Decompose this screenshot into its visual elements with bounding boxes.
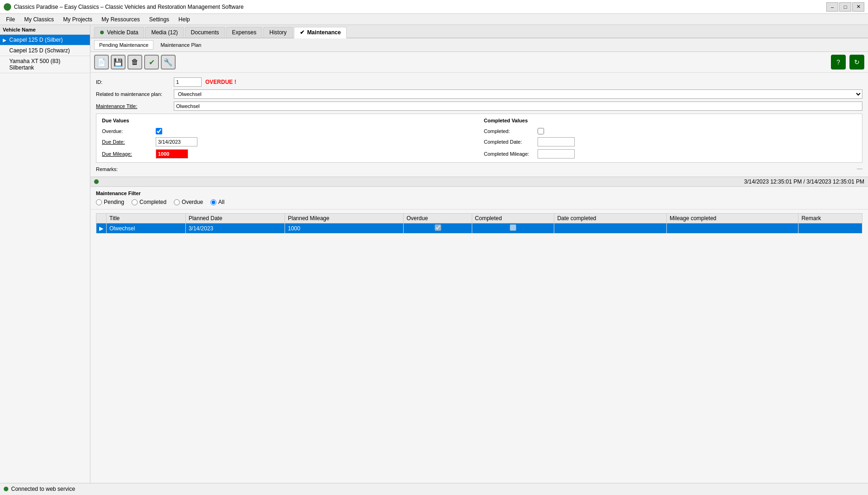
table-section: Title Planned Date Planned Mileage Overd… [90,209,868,483]
filter-completed-radio[interactable] [132,199,138,205]
due-values-col: Due Values Overdue: Due Date: Due Mileag… [102,118,475,159]
due-date-input[interactable] [156,137,197,146]
completed-label: Completed: [484,128,535,134]
filter-pending[interactable]: Pending [96,199,124,205]
completed-date-input[interactable] [538,137,575,146]
tab-documents[interactable]: Documents [185,27,225,38]
completed-mileage-input[interactable] [538,149,575,159]
refresh-button[interactable]: ↻ [849,55,864,70]
sidebar-label-0: Caepel 125 D (Silber) [9,37,63,43]
col-overdue[interactable]: Overdue [404,214,472,223]
filter-all-label: All [218,199,224,205]
title-bar-controls[interactable]: – □ ✕ [826,2,864,12]
completed-checkbox[interactable] [538,128,544,134]
form-timestamp: 3/14/2023 12:35:01 PM / 3/14/2023 12:35:… [744,178,864,185]
menu-my-ressources[interactable]: My Ressources [97,15,144,24]
sidebar-arrow-0: ▶ [3,38,6,43]
filter-completed-label: Completed [139,199,166,205]
maximize-button[interactable]: □ [839,2,851,12]
dash: — [857,165,862,172]
overdue-row: Overdue: [102,128,475,134]
related-select[interactable]: Olwechsel [174,89,862,99]
delete-button[interactable]: 🗑 [127,55,142,70]
row-planned-date: 3/14/2023 [185,223,285,234]
id-row: ID: OVERDUE ! [96,77,862,87]
sub-tab-pending[interactable]: Pending Maintenance [94,40,153,50]
tab-expenses[interactable]: Expenses [226,27,263,38]
help-button[interactable]: ? [831,55,846,70]
title-bar-left: Classics Paradise – Easy Classics – Clas… [4,3,244,11]
title-input[interactable] [174,102,862,111]
overdue-checkbox[interactable] [156,128,162,134]
filter-overdue-label: Overdue [182,199,203,205]
tab-history[interactable]: History [263,27,292,38]
sidebar-label-2: Yamaha XT 500 (83) Silbertank [9,58,60,71]
menu-settings[interactable]: Settings [145,15,173,24]
col-planned-mileage[interactable]: Planned Mileage [285,214,404,223]
row-title: Olwechsel [107,223,186,234]
save-button[interactable]: 💾 [111,55,126,70]
status-dot [94,179,99,184]
id-label: ID: [96,79,170,85]
tab-media-label: Media (12) [151,29,177,36]
filter-all[interactable]: All [210,199,224,205]
tab-expenses-label: Expenses [232,29,257,36]
app-icon [4,3,11,11]
form-status-bar: 3/14/2023 12:35:01 PM / 3/14/2023 12:35:… [90,177,868,187]
overdue-label: Overdue: [102,128,153,134]
col-arrow [96,214,107,223]
title-row: Maintenance Title: [96,102,862,111]
due-mileage-label: Due Mileage: [102,151,153,157]
complete-button[interactable]: ✔ [144,55,159,70]
minimize-button[interactable]: – [826,2,838,12]
completed-mileage-label: Completed Mileage: [484,151,535,157]
connection-status: Connected to web service [11,486,75,492]
menu-my-classics[interactable]: My Classics [20,15,58,24]
due-mileage-input[interactable] [156,149,188,159]
filter-pending-radio[interactable] [96,199,102,205]
row-remark [798,223,862,234]
filter-pending-label: Pending [104,199,124,205]
sub-tab-plan[interactable]: Maintenance Plan [155,40,206,50]
row-completed [472,223,554,234]
table-row[interactable]: ▶ Olwechsel 3/14/2023 1000 [96,223,862,234]
tools-button[interactable]: 🔧 [161,55,176,70]
col-remark[interactable]: Remark [798,214,862,223]
col-title[interactable]: Title [107,214,186,223]
sidebar-item-0[interactable]: ▶ Caepel 125 D (Silber) [0,35,90,45]
due-date-row: Due Date: [102,137,475,146]
tab-media[interactable]: Media (12) [145,27,184,38]
due-mileage-row: Due Mileage: [102,149,475,159]
close-button[interactable]: ✕ [852,2,864,12]
sidebar-item-2[interactable]: Yamaha XT 500 (83) Silbertank [0,56,90,73]
col-completed[interactable]: Completed [472,214,554,223]
tab-history-label: History [269,29,286,36]
menu-file[interactable]: File [2,15,19,24]
tab-documents-label: Documents [191,29,219,36]
new-button[interactable]: 📄 [94,55,109,70]
filter-overdue-radio[interactable] [174,199,180,205]
menu-help[interactable]: Help [174,15,194,24]
col-planned-date[interactable]: Planned Date [185,214,285,223]
tab-maintenance[interactable]: ✔ Maintenance [294,27,347,38]
row-overdue [404,223,472,234]
tab-maintenance-label: Maintenance [307,29,341,36]
connection-dot [4,487,8,491]
form-area: ID: OVERDUE ! Related to maintenance pla… [90,73,868,177]
sidebar-item-1[interactable]: Caepel 125 D (Schwarz) [0,45,90,56]
row-completed-checkbox [510,224,516,231]
related-label: Related to maintenance plan: [96,91,170,97]
id-input[interactable] [174,77,202,87]
window-title: Classics Paradise – Easy Classics – Clas… [14,4,244,10]
tab-vehicle-data[interactable]: Vehicle Data [94,27,144,38]
col-date-completed[interactable]: Date completed [554,214,667,223]
maintenance-table: Title Planned Date Planned Mileage Overd… [96,213,862,234]
due-values-title: Due Values [102,118,475,123]
overdue-text: OVERDUE ! [205,79,236,85]
sub-tab-bar: Pending Maintenance Maintenance Plan [90,38,868,52]
filter-overdue[interactable]: Overdue [174,199,203,205]
col-mileage-completed[interactable]: Mileage completed [667,214,798,223]
filter-all-radio[interactable] [210,199,216,205]
menu-my-projects[interactable]: My Projects [59,15,96,24]
filter-completed[interactable]: Completed [132,199,166,205]
